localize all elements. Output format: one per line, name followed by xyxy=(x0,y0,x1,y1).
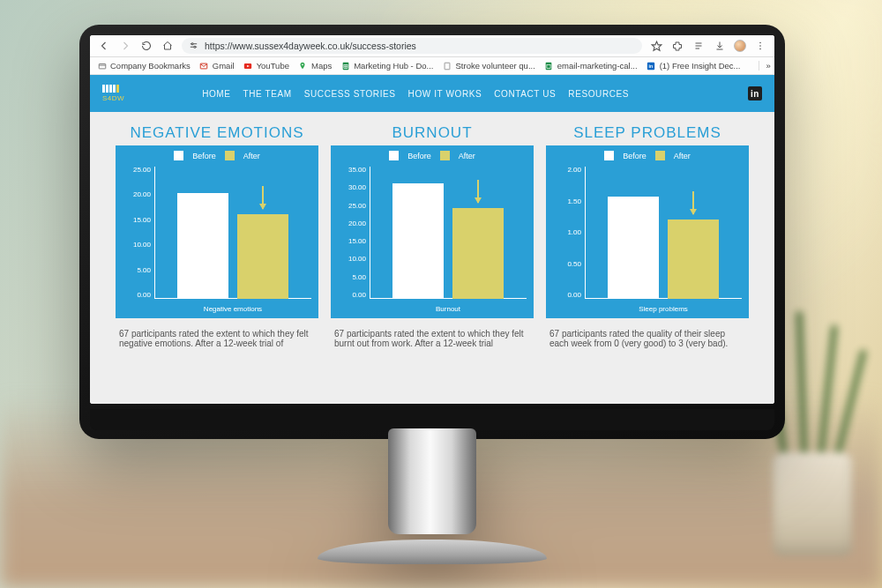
y-axis: 2.001.501.000.500.00 xyxy=(557,167,581,299)
page-icon xyxy=(443,61,452,71)
y-tick: 0.00 xyxy=(126,292,151,299)
y-tick: 5.00 xyxy=(341,274,366,281)
y-tick: 2.00 xyxy=(557,167,581,174)
y-tick: 15.00 xyxy=(126,217,151,224)
bookmark-bar: Company Bookmarks Gmail YouTube Maps Mar… xyxy=(90,57,774,75)
legend-before-label: Before xyxy=(623,152,647,160)
bookmark-label: (1) Free Insight Dec... xyxy=(660,61,741,71)
bars xyxy=(154,167,311,299)
bars xyxy=(585,167,742,299)
folder-icon xyxy=(97,61,107,71)
legend-before-label: Before xyxy=(407,152,431,160)
nav-team[interactable]: THE TEAM xyxy=(243,89,292,99)
extensions-icon[interactable] xyxy=(670,39,684,53)
back-icon[interactable] xyxy=(97,39,111,53)
swatch-before-icon xyxy=(604,151,614,160)
swatch-after-icon xyxy=(225,151,235,160)
monitor-mockup: https://www.sussex4dayweek.co.uk/success… xyxy=(79,25,785,439)
bookmark-stroke[interactable]: Stroke volunteer qu... xyxy=(443,61,535,71)
y-tick: 0.50 xyxy=(557,261,581,268)
svg-marker-4 xyxy=(652,41,662,50)
nav-success-stories[interactable]: SUCCESS STORIES xyxy=(304,89,396,99)
home-icon[interactable] xyxy=(161,39,175,53)
star-icon[interactable] xyxy=(649,39,663,53)
reload-icon[interactable] xyxy=(139,39,153,53)
arrow-down-icon xyxy=(692,191,694,214)
site-navbar: S4DW HOME THE TEAM SUCCESS STORIES HOW I… xyxy=(90,75,774,112)
swatch-after-icon xyxy=(440,151,450,160)
nav-home[interactable]: HOME xyxy=(202,89,230,99)
maps-icon xyxy=(298,61,308,71)
x-axis-label: Sleep problems xyxy=(585,305,742,313)
browser-toolbar: https://www.sussex4dayweek.co.uk/success… xyxy=(90,35,774,57)
chart-sleep-problems: Before After 2.001.501.000.500.00 Sleep … xyxy=(546,145,749,318)
y-tick: 25.00 xyxy=(126,167,151,174)
bookmark-gmail[interactable]: Gmail xyxy=(199,61,235,71)
nav-how-it-works[interactable]: HOW IT WORKS xyxy=(408,89,482,99)
bookmark-label: email-marketing-cal... xyxy=(557,61,638,71)
y-tick: 30.00 xyxy=(341,184,366,191)
y-tick: 0.00 xyxy=(341,292,366,299)
bookmark-marketing[interactable]: Marketing Hub - Do... xyxy=(340,61,433,71)
bookmark-label: Marketing Hub - Do... xyxy=(354,61,433,71)
linkedin-icon: in xyxy=(647,61,656,71)
bookmark-emailcal[interactable]: email-marketing-cal... xyxy=(544,61,638,71)
y-tick: 1.00 xyxy=(557,229,581,236)
svg-point-11 xyxy=(759,48,761,50)
logo-icon xyxy=(102,85,119,93)
bookmark-insight[interactable]: in (1) Free Insight Dec... xyxy=(647,61,741,71)
youtube-icon xyxy=(243,61,253,71)
bookmark-company[interactable]: Company Bookmarks xyxy=(97,61,191,71)
y-tick: 10.00 xyxy=(126,242,151,249)
legend-before-label: Before xyxy=(192,152,216,160)
reading-list-icon[interactable] xyxy=(691,39,706,53)
chart-legend: Before After xyxy=(331,151,534,160)
nav-resources[interactable]: RESOURCES xyxy=(568,89,629,99)
svg-point-2 xyxy=(191,43,193,45)
forward-icon[interactable] xyxy=(118,39,132,53)
card-burnout: BURNOUT Before After 35.0030.0025.0020.0… xyxy=(331,124,534,348)
nav-contact-us[interactable]: CONTACT US xyxy=(494,89,556,99)
menu-dots-icon[interactable] xyxy=(753,39,767,53)
x-axis-label: Burnout xyxy=(370,305,527,313)
bookmark-label: Maps xyxy=(311,61,332,71)
swatch-before-icon xyxy=(174,151,183,160)
y-tick: 20.00 xyxy=(126,191,151,198)
bookmark-label: Gmail xyxy=(213,61,235,71)
y-tick: 15.00 xyxy=(341,238,366,245)
bookmark-overflow[interactable]: » xyxy=(759,61,771,71)
y-tick: 5.00 xyxy=(126,267,151,274)
svg-rect-12 xyxy=(99,63,106,68)
swatch-before-icon xyxy=(389,151,399,160)
sheets-icon xyxy=(544,61,554,71)
logo-subtext: S4DW xyxy=(102,94,124,102)
profile-avatar[interactable] xyxy=(734,40,746,52)
gmail-icon xyxy=(199,61,209,71)
card-caption: 67 participants rated the extent to whic… xyxy=(116,329,318,348)
card-heading: BURNOUT xyxy=(392,124,472,142)
card-sleep-problems: SLEEP PROBLEMS Before After 2.001.501.00… xyxy=(546,124,749,348)
y-tick: 0.00 xyxy=(557,292,581,299)
linkedin-icon[interactable]: in xyxy=(748,86,762,100)
bookmark-maps[interactable]: Maps xyxy=(298,61,332,71)
url-text: https://www.sussex4dayweek.co.uk/success… xyxy=(205,41,416,51)
card-caption: 67 participants rated the extent to whic… xyxy=(331,329,534,348)
chart-legend: Before After xyxy=(116,151,318,160)
arrow-down-icon xyxy=(262,186,264,209)
bar-before xyxy=(177,193,228,299)
site-logo[interactable]: S4DW xyxy=(102,85,124,102)
arrow-down-icon xyxy=(477,180,479,203)
svg-text:in: in xyxy=(649,63,653,69)
bars xyxy=(370,167,527,299)
y-axis: 25.0020.0015.0010.005.000.00 xyxy=(126,167,151,299)
svg-rect-22 xyxy=(445,63,450,70)
address-bar[interactable]: https://www.sussex4dayweek.co.uk/success… xyxy=(182,38,642,54)
y-tick: 20.00 xyxy=(341,220,366,227)
bookmark-youtube[interactable]: YouTube xyxy=(243,61,289,71)
bar-after xyxy=(452,208,504,299)
sheets-icon xyxy=(340,61,350,71)
bar-before xyxy=(392,183,444,299)
download-icon[interactable] xyxy=(713,39,727,53)
svg-point-17 xyxy=(303,63,304,65)
x-axis-label: Negative emotions xyxy=(154,305,311,313)
